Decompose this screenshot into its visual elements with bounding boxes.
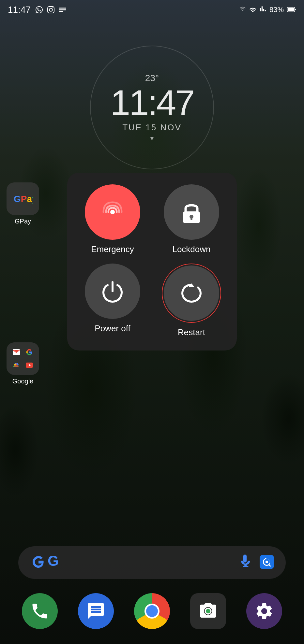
google-lens-icon[interactable] [260,555,274,570]
dock-camera-button[interactable] [190,593,226,629]
restart-circle[interactable] [164,265,219,321]
gpay-icon[interactable]: GPay [7,182,39,215]
status-notification-icons [35,5,67,14]
emergency-label: Emergency [91,244,134,254]
restart-icon [180,281,203,305]
power-menu-dialog: Emergency Lockdown Power off [67,173,237,351]
gpay-label: GPay [15,218,31,225]
clock-widget: 23° 11:47 TUE 15 NOV ▼ [70,39,234,176]
clock-time-display: 11:47 [110,85,193,121]
google-icon-small [23,346,35,358]
google-g-logo: G [30,553,63,572]
power-off-icon [101,279,124,303]
svg-text:G: G [48,553,58,569]
google-folder-item[interactable]: Google [7,342,39,385]
wifi-icon [249,6,256,14]
battery-icon [287,6,296,14]
dock [12,590,292,632]
google-folder-label: Google [12,378,34,385]
restart-highlight-border [162,264,221,323]
gmail-icon [10,346,22,358]
chrome-inner-circle [144,604,160,619]
svg-rect-12 [190,217,192,220]
signal-icon [239,6,246,14]
clock-date-display: TUE 15 NOV [122,122,182,133]
cast-icon [58,5,67,14]
dock-chrome-button[interactable] [134,593,170,629]
dock-messages-button[interactable] [78,593,114,629]
status-right-icons: 83% [239,6,296,14]
svg-rect-4 [288,7,294,11]
poweroff-circle[interactable] [85,264,140,319]
emergency-button[interactable]: Emergency [78,184,147,254]
svg-text:GPay: GPay [14,194,33,204]
left-app-icons: GPay GPay [7,182,39,385]
restart-button[interactable]: Restart [157,264,226,337]
svg-rect-0 [59,8,66,9]
restart-label: Restart [178,327,205,337]
search-bar[interactable]: G [18,546,286,579]
dock-settings-button[interactable] [246,593,282,629]
svg-rect-1 [59,9,66,10]
dropdown-arrow-icon: ▼ [149,135,155,142]
search-actions [238,553,274,572]
power-off-button[interactable]: Power off [78,264,147,337]
instagram-icon [46,5,55,14]
microphone-icon[interactable] [238,553,252,572]
temperature: 23° [145,73,159,83]
lockdown-circle[interactable] [164,184,219,240]
status-time: 11:47 [8,5,31,15]
status-left: 11:47 [8,5,67,15]
emergency-circle[interactable] [85,184,140,240]
gpay-app-item[interactable]: GPay GPay [7,182,39,225]
emergency-signal-icon [99,199,126,225]
youtube-icon [23,359,35,371]
drive-icon [10,359,22,371]
dock-phone-button[interactable] [22,593,58,629]
lockdown-button[interactable]: Lockdown [157,184,226,254]
svg-rect-2 [59,11,63,12]
status-bar: 11:47 [0,0,304,20]
network-signal-icon [260,6,266,14]
chrome-outer-ring [134,593,170,629]
svg-point-16 [266,561,268,563]
svg-point-9 [110,210,115,214]
whatsapp-icon [35,5,44,14]
lock-icon [180,199,203,225]
google-folder-icon[interactable] [7,342,39,375]
lockdown-label: Lockdown [172,244,210,254]
battery-percentage: 83% [269,6,284,14]
power-off-label: Power off [95,323,130,334]
